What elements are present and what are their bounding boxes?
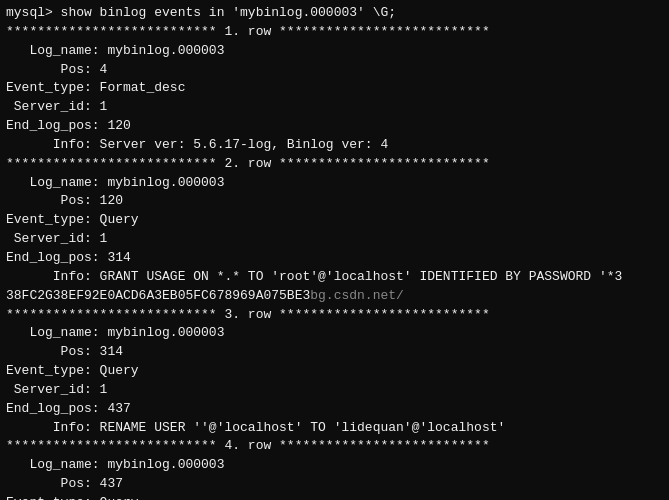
r2-info-cont: 38FC2G38EF92E0ACD6A3EB05FC678969A075BE3b… xyxy=(6,287,663,306)
command-line: mysql> show binlog events in 'mybinlog.0… xyxy=(6,4,663,23)
r4-pos: Pos: 437 xyxy=(6,475,663,494)
terminal-window: mysql> show binlog events in 'mybinlog.0… xyxy=(0,0,669,500)
r3-endlogpos: End_log_pos: 437 xyxy=(6,400,663,419)
r4-logname: Log_name: mybinlog.000003 xyxy=(6,456,663,475)
r4-eventtype: Event_type: Query xyxy=(6,494,663,500)
r1-info: Info: Server ver: 5.6.17-log, Binlog ver… xyxy=(6,136,663,155)
r1-serverid: Server_id: 1 xyxy=(6,98,663,117)
r2-logname: Log_name: mybinlog.000003 xyxy=(6,174,663,193)
r1-pos: Pos: 4 xyxy=(6,61,663,80)
r3-eventtype: Event_type: Query xyxy=(6,362,663,381)
separator-row3: *************************** 3. row *****… xyxy=(6,306,663,325)
separator-row2: *************************** 2. row *****… xyxy=(6,155,663,174)
r2-endlogpos: End_log_pos: 314 xyxy=(6,249,663,268)
separator-row1: *************************** 1. row *****… xyxy=(6,23,663,42)
separator-row4: *************************** 4. row *****… xyxy=(6,437,663,456)
r3-serverid: Server_id: 1 xyxy=(6,381,663,400)
r3-info: Info: RENAME USER ''@'localhost' TO 'lid… xyxy=(6,419,663,438)
r2-pos: Pos: 120 xyxy=(6,192,663,211)
r2-eventtype: Event_type: Query xyxy=(6,211,663,230)
r3-logname: Log_name: mybinlog.000003 xyxy=(6,324,663,343)
r1-endlogpos: End_log_pos: 120 xyxy=(6,117,663,136)
watermark: bg.csdn.net/ xyxy=(310,288,404,303)
r2-info: Info: GRANT USAGE ON *.* TO 'root'@'loca… xyxy=(6,268,663,287)
r1-logname: Log_name: mybinlog.000003 xyxy=(6,42,663,61)
r3-pos: Pos: 314 xyxy=(6,343,663,362)
r1-eventtype: Event_type: Format_desc xyxy=(6,79,663,98)
r2-serverid: Server_id: 1 xyxy=(6,230,663,249)
